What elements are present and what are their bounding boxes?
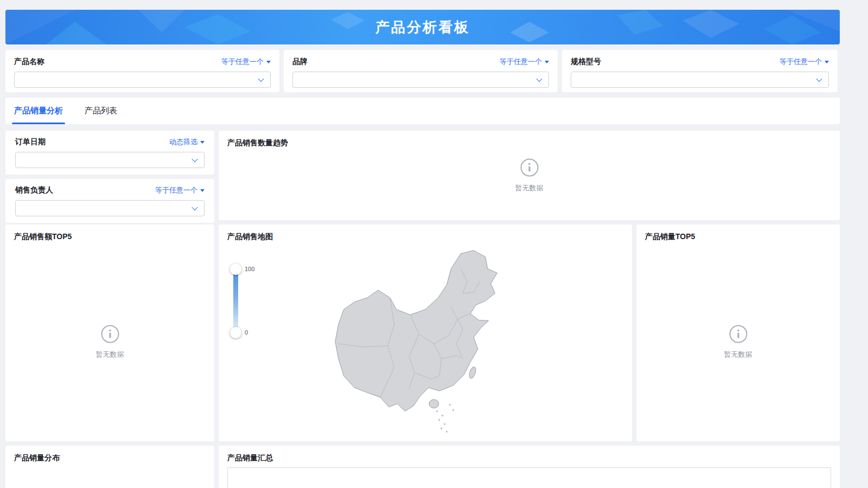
sales-top5-card: 产品销售额TOP5 暂无数据 xyxy=(5,224,214,441)
distribution-card: 产品销量分布 xyxy=(5,446,214,488)
trend-empty-state: 暂无数据 xyxy=(219,131,840,220)
operator-text: 等于任意一个 xyxy=(780,57,822,67)
legend-gradient-bar xyxy=(233,267,238,336)
legend-min-value: 0 xyxy=(245,329,248,336)
china-map-canvas[interactable] xyxy=(329,244,522,435)
spec-operator-dropdown[interactable]: 等于任意一个 xyxy=(780,57,829,67)
operator-text: 等于任意一个 xyxy=(155,185,197,195)
tab-product-list[interactable]: 产品列表 xyxy=(84,98,118,124)
chevron-down-icon xyxy=(192,156,197,162)
operator-text: 动态筛选 xyxy=(169,137,197,147)
caret-down-icon xyxy=(266,61,271,63)
distribution-title: 产品销量分布 xyxy=(5,446,214,463)
sales-person-card: 销售负责人 等于任意一个 xyxy=(5,179,214,223)
panel-filter-column: 订单日期 动态筛选 销售负责人 等于任意一个 xyxy=(5,131,214,220)
operator-text: 等于任意一个 xyxy=(500,57,542,67)
filter-card-spec: 规格型号 等于任意一个 xyxy=(562,50,838,92)
legend-max-handle[interactable] xyxy=(230,264,241,275)
row-trend: 订单日期 动态筛选 销售负责人 等于任意一个 xyxy=(5,131,840,220)
tab-bar: 产品销量分析 产品列表 xyxy=(5,98,840,124)
empty-text: 暂无数据 xyxy=(724,350,752,359)
chevron-down-icon xyxy=(816,76,822,82)
caret-down-icon xyxy=(545,61,549,63)
legend-min-handle[interactable] xyxy=(230,327,241,338)
map-card: 产品销售地图 100 0 xyxy=(219,224,632,441)
empty-text: 暂无数据 xyxy=(96,350,124,359)
tab-label: 产品列表 xyxy=(85,106,117,116)
info-circle-icon xyxy=(520,158,539,177)
summary-table[interactable] xyxy=(227,467,831,488)
brand-label: 品牌 xyxy=(292,57,308,67)
volume-top5-card: 产品销量TOP5 暂无数据 xyxy=(636,224,840,441)
volume-top5-empty-state: 暂无数据 xyxy=(636,242,840,441)
sales-top5-title: 产品销售额TOP5 xyxy=(5,224,214,242)
info-circle-icon xyxy=(100,324,120,344)
tab-label: 产品销量分析 xyxy=(14,106,63,116)
chevron-down-icon xyxy=(536,76,542,82)
row-charts: 产品销售额TOP5 暂无数据 产品销售地图 xyxy=(5,224,840,441)
product-name-label: 产品名称 xyxy=(14,57,44,67)
info-circle-icon xyxy=(729,324,748,344)
legend-max-value: 100 xyxy=(245,266,254,272)
sales-person-label: 销售负责人 xyxy=(15,185,53,195)
brand-select[interactable] xyxy=(292,72,549,88)
brand-operator-dropdown[interactable]: 等于任意一个 xyxy=(500,57,549,67)
sales-person-operator-dropdown[interactable]: 等于任意一个 xyxy=(155,185,205,195)
filter-bar: 产品名称 等于任意一个 品牌 等于任意一个 xyxy=(5,50,840,92)
row-bottom: 产品销量分布 产品销量汇总 xyxy=(5,446,840,488)
sales-person-select[interactable] xyxy=(15,200,205,216)
map-body: 100 0 xyxy=(219,242,632,440)
caret-down-icon xyxy=(200,141,205,144)
order-date-card: 订单日期 动态筛选 xyxy=(5,131,214,175)
tab-sales-analysis[interactable]: 产品销量分析 xyxy=(13,98,64,124)
dashboard-banner: 产品分析看板 xyxy=(5,10,840,44)
map-title: 产品销售地图 xyxy=(219,224,632,242)
empty-text: 暂无数据 xyxy=(515,183,544,193)
order-date-select[interactable] xyxy=(15,152,205,168)
filter-card-brand: 品牌 等于任意一个 xyxy=(284,50,558,92)
chevron-down-icon xyxy=(192,204,197,210)
spec-select[interactable] xyxy=(571,72,829,88)
caret-down-icon xyxy=(825,61,829,63)
spec-label: 规格型号 xyxy=(571,57,601,67)
summary-title: 产品销量汇总 xyxy=(219,446,840,463)
filter-card-product-name: 产品名称 等于任意一个 xyxy=(5,50,279,92)
order-date-operator-dropdown[interactable]: 动态筛选 xyxy=(169,137,205,147)
sales-top5-empty-state: 暂无数据 xyxy=(5,242,214,441)
trend-card: 产品销售数量趋势 暂无数据 xyxy=(219,131,840,220)
summary-card: 产品销量汇总 xyxy=(219,446,840,488)
caret-down-icon xyxy=(200,189,205,192)
volume-top5-title: 产品销量TOP5 xyxy=(636,224,840,242)
product-name-select[interactable] xyxy=(14,72,271,88)
order-date-label: 订单日期 xyxy=(15,137,46,147)
operator-text: 等于任意一个 xyxy=(221,57,264,67)
chevron-down-icon xyxy=(258,76,264,82)
page-title: 产品分析看板 xyxy=(375,18,470,37)
dashboard-page: 产品分析看板 产品名称 等于任意一个 品牌 等于任意一个 xyxy=(5,0,840,488)
product-name-operator-dropdown[interactable]: 等于任意一个 xyxy=(221,57,271,67)
